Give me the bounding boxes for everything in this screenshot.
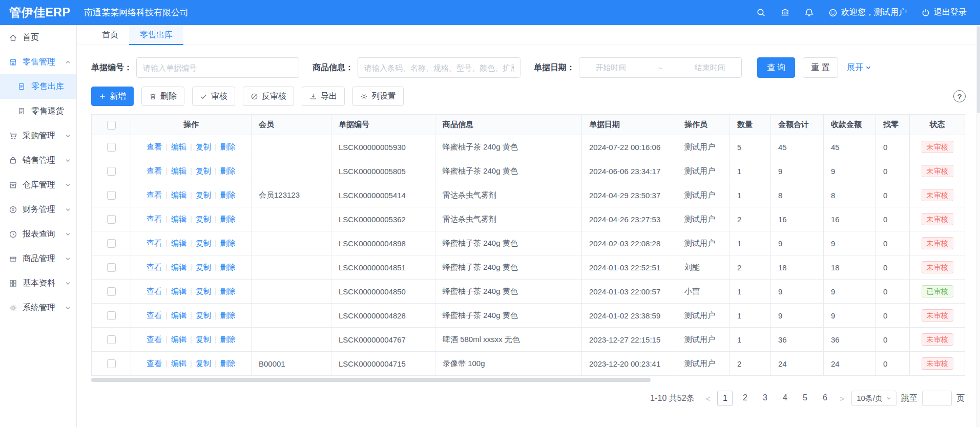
row-checkbox[interactable]: [107, 191, 116, 200]
view-link[interactable]: 查看: [147, 239, 162, 247]
edit-link[interactable]: 编辑: [171, 335, 186, 344]
date-end-placeholder[interactable]: 结束时间: [695, 63, 725, 73]
page-button-2[interactable]: 2: [737, 391, 753, 406]
bell-icon[interactable]: [804, 8, 814, 17]
copy-link[interactable]: 复制: [196, 359, 211, 368]
tab-retail-outbound[interactable]: 零售出库: [129, 25, 183, 45]
copy-link[interactable]: 复制: [196, 239, 211, 247]
edit-link[interactable]: 编辑: [171, 190, 186, 199]
page-button-3[interactable]: 3: [757, 391, 773, 406]
row-checkbox[interactable]: [107, 359, 116, 368]
sidebar-item-retail-out[interactable]: 零售出库: [0, 74, 76, 99]
delete-link[interactable]: 删除: [220, 190, 236, 199]
sidebar-item-retail[interactable]: 零售管理: [0, 50, 76, 74]
sidebar-item-goods[interactable]: 商品管理: [0, 246, 76, 271]
cell-bill-no: LSCK00000004767: [331, 328, 435, 352]
page-button-6[interactable]: 6: [817, 391, 832, 406]
view-link[interactable]: 查看: [147, 215, 162, 223]
row-checkbox[interactable]: [107, 287, 116, 296]
delete-button[interactable]: 删除: [141, 87, 184, 106]
export-button[interactable]: 导出: [302, 87, 345, 106]
next-page-button[interactable]: >: [837, 394, 847, 403]
welcome-user[interactable]: 欢迎您，测试用户: [828, 7, 907, 18]
view-link[interactable]: 查看: [147, 190, 162, 199]
sidebar-item-system[interactable]: 系统管理: [0, 295, 76, 320]
page-button-4[interactable]: 4: [777, 391, 793, 406]
edit-link[interactable]: 编辑: [171, 166, 186, 175]
delete-link[interactable]: 删除: [220, 166, 236, 175]
edit-link[interactable]: 编辑: [171, 263, 186, 271]
search-icon[interactable]: [756, 8, 766, 17]
sidebar-item-sales[interactable]: 销售管理: [0, 148, 76, 173]
delete-link[interactable]: 删除: [220, 263, 236, 271]
logout-button[interactable]: 退出登录: [921, 7, 967, 18]
delete-link[interactable]: 删除: [220, 311, 236, 319]
sidebar-item-retail-return[interactable]: 零售退货: [0, 99, 76, 123]
help-icon[interactable]: ?: [953, 90, 966, 102]
view-link[interactable]: 查看: [147, 263, 162, 271]
copy-link[interactable]: 复制: [196, 215, 211, 223]
row-checkbox[interactable]: [107, 239, 116, 248]
row-checkbox[interactable]: [107, 215, 116, 224]
row-checkbox[interactable]: [107, 143, 116, 152]
edit-link[interactable]: 编辑: [171, 311, 186, 319]
delete-link[interactable]: 删除: [220, 335, 236, 344]
vertical-scrollbar-thumb[interactable]: [977, 26, 980, 113]
prev-page-button[interactable]: <: [703, 394, 713, 403]
edit-link[interactable]: 编辑: [171, 287, 186, 295]
sidebar-item-reports[interactable]: 报表查询: [0, 222, 76, 246]
edit-link[interactable]: 编辑: [171, 359, 186, 368]
copy-link[interactable]: 复制: [196, 166, 211, 175]
page-button-5[interactable]: 5: [797, 391, 812, 406]
expand-filter-link[interactable]: 展开: [847, 62, 871, 73]
copy-link[interactable]: 复制: [196, 335, 211, 344]
search-button[interactable]: 查 询: [757, 57, 795, 78]
audit-button[interactable]: 审核: [192, 87, 235, 106]
sidebar-item-finance[interactable]: 财务管理: [0, 197, 76, 222]
copy-link[interactable]: 复制: [196, 190, 211, 199]
cell-operator: 测试用户: [677, 135, 730, 159]
view-link[interactable]: 查看: [147, 166, 162, 175]
bill-no-input[interactable]: [136, 57, 299, 78]
view-link[interactable]: 查看: [147, 287, 162, 295]
select-all-checkbox[interactable]: [107, 121, 116, 130]
column-settings-button[interactable]: 列设置: [352, 87, 404, 106]
row-checkbox[interactable]: [107, 167, 116, 176]
view-link[interactable]: 查看: [147, 142, 162, 151]
sidebar-item-home[interactable]: 首页: [0, 25, 76, 50]
cell-qty: 1: [730, 159, 771, 183]
view-link[interactable]: 查看: [147, 311, 162, 319]
delete-link[interactable]: 删除: [220, 142, 236, 151]
add-button[interactable]: 新增: [91, 87, 134, 106]
delete-link[interactable]: 删除: [220, 287, 236, 295]
delete-link[interactable]: 删除: [220, 359, 236, 368]
copy-link[interactable]: 复制: [196, 263, 211, 271]
row-checkbox[interactable]: [107, 335, 116, 344]
date-start-placeholder[interactable]: 开始时间: [595, 63, 626, 73]
bank-icon[interactable]: [780, 8, 790, 17]
view-link[interactable]: 查看: [147, 335, 162, 344]
copy-link[interactable]: 复制: [196, 311, 211, 319]
row-checkbox[interactable]: [107, 263, 116, 272]
goods-info-input[interactable]: [358, 57, 520, 78]
copy-link[interactable]: 复制: [196, 287, 211, 295]
jump-page-input[interactable]: [922, 391, 952, 406]
page-button-1[interactable]: 1: [717, 391, 733, 406]
sidebar-item-warehouse[interactable]: 仓库管理: [0, 173, 76, 197]
tab-home[interactable]: 首页: [91, 25, 129, 45]
sidebar-item-basic-data[interactable]: 基本资料: [0, 271, 76, 295]
copy-link[interactable]: 复制: [196, 142, 211, 151]
edit-link[interactable]: 编辑: [171, 215, 186, 223]
sidebar-item-purchase[interactable]: 采购管理: [0, 123, 76, 148]
unaudit-button[interactable]: 反审核: [243, 87, 294, 106]
page-size-select[interactable]: 10条/页: [851, 391, 896, 406]
horizontal-scrollbar-thumb[interactable]: [91, 378, 651, 382]
edit-link[interactable]: 编辑: [171, 142, 186, 151]
edit-link[interactable]: 编辑: [171, 239, 186, 247]
delete-link[interactable]: 删除: [220, 239, 236, 247]
date-range-picker[interactable]: 开始时间 ~ 结束时间: [579, 57, 742, 78]
delete-link[interactable]: 删除: [220, 215, 236, 223]
reset-button[interactable]: 重 置: [803, 57, 838, 78]
row-checkbox[interactable]: [107, 311, 116, 320]
view-link[interactable]: 查看: [147, 359, 162, 368]
